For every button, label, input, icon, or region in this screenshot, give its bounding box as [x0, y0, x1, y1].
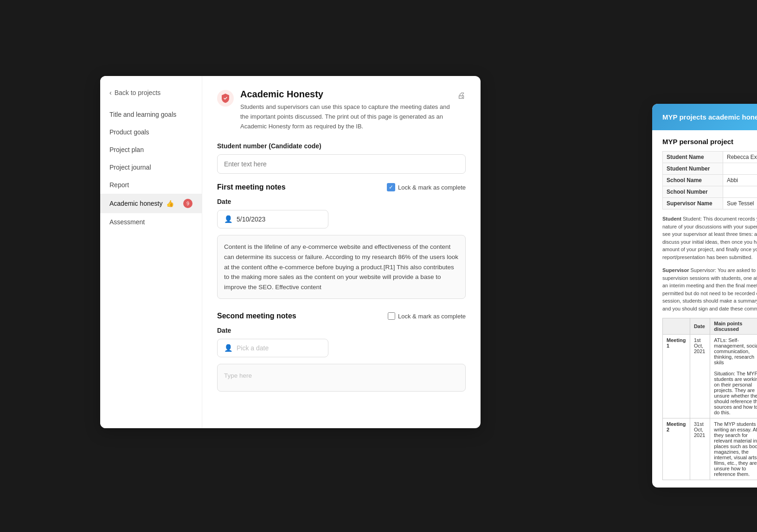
meeting-points: The MYP students are writing an essay. A… [710, 418, 757, 480]
supervisor-name-label: Supervisor Name [663, 198, 723, 209]
first-meeting-title: First meeting notes [217, 183, 286, 191]
sidebar: ‹ Back to projects Title and learning go… [100, 76, 202, 428]
first-meeting-section: First meeting notes ✓ Lock & mark as com… [217, 183, 466, 299]
sidebar-item-assessment[interactable]: Assessment [100, 213, 202, 231]
sidebar-item-project-plan[interactable]: Project plan [100, 141, 202, 158]
student-desc: Student Student: This document records y… [662, 215, 757, 261]
first-meeting-date-value: 5/10/2023 [237, 215, 265, 223]
school-name-label: School Name [663, 175, 723, 186]
preview-card: MYP projects academic honesty form MYP p… [652, 104, 757, 488]
back-arrow-icon: ‹ [109, 89, 112, 96]
content-area: Academic Honesty Students and supervisor… [202, 76, 481, 428]
main-panel: ‹ Back to projects Title and learning go… [100, 76, 481, 428]
back-link[interactable]: ‹ Back to projects [100, 85, 202, 106]
preview-meetings-table: Date Main points discussed Signature/Ini… [662, 318, 757, 480]
preview-header-title: MYP projects academic honesty form [662, 113, 757, 121]
candidate-code-label: Student number (Candidate code) [217, 142, 466, 150]
col-points: Main points discussed [710, 318, 757, 335]
second-meeting-date-label: Date [217, 327, 466, 334]
candidate-code-input[interactable] [217, 154, 466, 174]
sidebar-item-project-journal[interactable]: Project journal [100, 158, 202, 176]
meeting-row: Meeting 231st Oct, 2021The MYP students … [663, 418, 757, 480]
sidebar-item-academic-honesty[interactable]: Academic honesty👍9 [100, 194, 202, 213]
supervisor-desc: Supervisor Supervisor: You are asked to … [662, 266, 757, 312]
back-link-label: Back to projects [115, 89, 161, 96]
shield-icon [217, 90, 234, 107]
second-meeting-date-placeholder: Pick a date [237, 344, 269, 352]
meeting-label: Meeting 1 [663, 335, 690, 418]
meetings-body: Meeting 11st Oct, 2021ATLs: Self-managem… [663, 335, 757, 480]
student-desc-text: Student: This document records your prog… [662, 216, 757, 260]
preview-info-table: Student Name Rebecca Example Student Num… [662, 151, 757, 209]
meeting-date: 1st Oct, 2021 [690, 335, 710, 418]
second-meeting-lock-label: Lock & mark as complete [398, 313, 466, 320]
col-meeting [663, 318, 690, 335]
calendar-icon: 👤 [224, 215, 233, 223]
school-name-value: Abbi [723, 175, 757, 186]
calendar-icon-2: 👤 [224, 344, 233, 352]
content-title-block: Academic Honesty Students and supervisor… [240, 89, 457, 131]
meeting-points: ATLs: Self-management, social, communica… [710, 335, 757, 418]
student-name-label: Student Name [663, 152, 723, 163]
table-row: School Number [663, 186, 757, 198]
second-meeting-header: Second meeting notes Lock & mark as comp… [217, 312, 466, 320]
school-number-label: School Number [663, 186, 723, 198]
first-meeting-notes[interactable]: Content is the lifeline of any e-commerc… [217, 235, 466, 299]
preview-header: MYP projects academic honesty form [652, 104, 757, 130]
school-number-value [723, 186, 757, 198]
page-description: Students and supervisors can use this sp… [240, 102, 457, 131]
col-date: Date [690, 318, 710, 335]
first-meeting-header: First meeting notes ✓ Lock & mark as com… [217, 183, 466, 191]
table-row: Student Number [663, 163, 757, 175]
first-meeting-date-field[interactable]: 👤 5/10/2023 [217, 210, 328, 228]
content-header-left: Academic Honesty Students and supervisor… [217, 89, 457, 131]
content-header: Academic Honesty Students and supervisor… [217, 89, 466, 131]
preview-body: MYP personal project Student Name Rebecc… [652, 130, 757, 488]
supervisor-desc-text: Supervisor: You are asked to have at lea… [662, 267, 757, 311]
supervisor-name-value: Sue Tessel [723, 198, 757, 209]
student-number-value [723, 163, 757, 175]
thumb-icon: 👍 [166, 200, 174, 207]
preview-project-title: MYP personal project [662, 138, 757, 146]
table-row: Supervisor Name Sue Tessel [663, 198, 757, 209]
first-meeting-date-label: Date [217, 198, 466, 205]
sidebar-item-title-goals[interactable]: Title and learning goals [100, 106, 202, 123]
sidebar-item-product-goals[interactable]: Product goals [100, 123, 202, 141]
second-meeting-notes[interactable]: Type here [217, 364, 466, 392]
page-title: Academic Honesty [240, 89, 457, 100]
meeting-date: 31st Oct, 2021 [690, 418, 710, 480]
second-meeting-date-field[interactable]: 👤 Pick a date [217, 339, 328, 357]
meeting-label: Meeting 2 [663, 418, 690, 480]
second-meeting-checkbox[interactable] [388, 312, 395, 320]
student-number-label: Student Number [663, 163, 723, 175]
student-name-value: Rebecca Example [723, 152, 757, 163]
nav-list: Title and learning goalsProduct goalsPro… [100, 106, 202, 231]
second-meeting-title: Second meeting notes [217, 312, 296, 320]
table-row: Student Name Rebecca Example [663, 152, 757, 163]
meetings-header-row: Date Main points discussed Signature/Ini… [663, 318, 757, 335]
table-row: School Name Abbi [663, 175, 757, 186]
sidebar-item-report[interactable]: Report [100, 176, 202, 194]
meeting-row: Meeting 11st Oct, 2021ATLs: Self-managem… [663, 335, 757, 418]
print-icon[interactable]: 🖨 [457, 91, 466, 101]
lock-checked-icon: ✓ [387, 183, 395, 191]
second-meeting-section: Second meeting notes Lock & mark as comp… [217, 312, 466, 392]
second-meeting-lock[interactable]: Lock & mark as complete [388, 312, 466, 320]
first-meeting-lock-label: Lock & mark as complete [398, 184, 466, 191]
first-meeting-lock[interactable]: ✓ Lock & mark as complete [387, 183, 466, 191]
nav-badge: 9 [183, 199, 192, 208]
